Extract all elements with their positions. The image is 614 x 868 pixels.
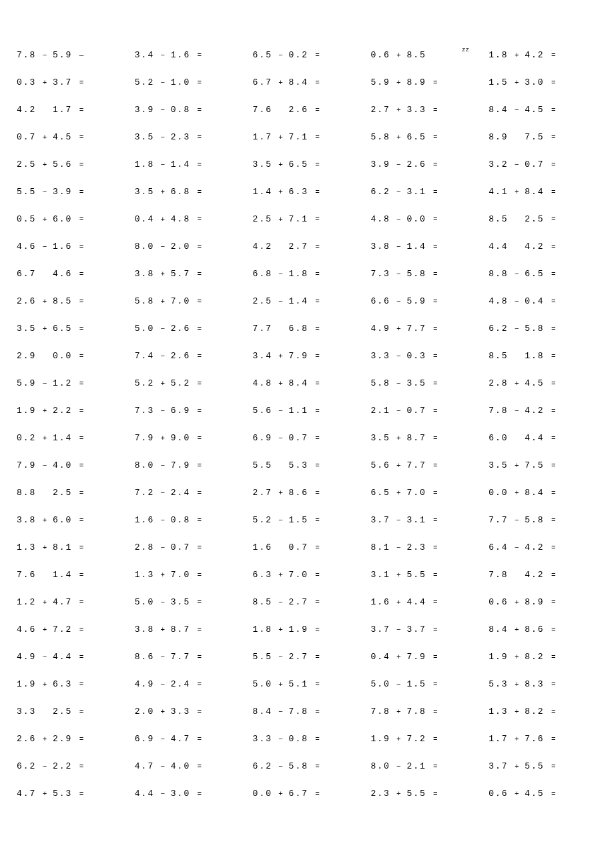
- operator: +: [509, 380, 525, 388]
- equation-cell: 7.8−4.2=: [489, 406, 597, 416]
- operand-a: 1.7: [489, 734, 509, 744]
- operand-b: 1.6: [171, 50, 191, 60]
- equals-sign: =: [191, 298, 208, 306]
- operator: −: [155, 681, 171, 689]
- operand-a: 8.0: [135, 460, 155, 470]
- equals-sign: =: [545, 434, 562, 442]
- equals-sign: =: [426, 598, 444, 606]
- equals-sign: =: [191, 434, 208, 442]
- operator: −: [273, 51, 289, 59]
- operand-a: 5.9: [370, 77, 390, 87]
- equals-sign: =: [309, 708, 326, 716]
- operand-b: 3.7: [406, 624, 426, 634]
- operand-b: 5.5: [525, 761, 545, 771]
- operand-b: 3.3: [171, 707, 191, 717]
- operand-b: 0.4: [525, 296, 545, 306]
- operator: −: [155, 763, 171, 771]
- equation-cell: 3.7−3.1=: [370, 515, 479, 525]
- operand-b: 7.8: [289, 707, 309, 717]
- operator: −: [390, 243, 406, 251]
- operator: +: [273, 352, 289, 360]
- equals-sign: =: [545, 106, 562, 114]
- operator: −: [37, 188, 53, 196]
- operand-b: 3.3: [406, 105, 426, 115]
- operand-b: 4.4: [525, 433, 545, 443]
- operand-b: 1.4: [53, 433, 73, 443]
- operand-a: 6.2: [489, 324, 509, 334]
- operand-a: 4.8: [489, 296, 509, 306]
- operand-a: 6.2: [253, 761, 273, 771]
- operand-a: 3.4: [135, 50, 155, 60]
- equation-cell: 2.90.0=: [17, 351, 125, 361]
- operand-b: 0.0: [406, 214, 426, 224]
- operand-b: 1.4: [289, 296, 309, 306]
- operand-a: 5.0: [135, 597, 155, 607]
- operator: +: [390, 51, 406, 59]
- operator: −: [37, 653, 53, 661]
- equals-sign: =: [426, 188, 444, 196]
- operand-b: 5.3: [53, 789, 73, 799]
- operator: +: [37, 681, 53, 689]
- equation-cell: 2.6+8.5=: [17, 296, 125, 306]
- operator: −: [155, 243, 171, 251]
- operand-a: 3.8: [17, 515, 37, 525]
- equation-cell: 5.0−2.6=: [135, 324, 244, 334]
- equation-cell: 5.2+5.2=: [135, 378, 244, 388]
- operand-a: 1.9: [489, 652, 509, 662]
- operand-a: 8.5: [253, 597, 273, 607]
- operand-b: 2.2: [53, 761, 73, 771]
- equals-sign: =: [426, 462, 444, 470]
- equals-sign: =: [309, 51, 326, 59]
- operand-b: 5.9: [53, 50, 73, 60]
- operand-a: 5.0: [370, 679, 390, 689]
- equation-cell: 7.8+7.8=: [370, 707, 479, 717]
- equals-sign: =: [545, 598, 562, 606]
- equation-cell: 1.9+6.3=: [17, 679, 125, 689]
- operand-a: 1.3: [17, 542, 37, 552]
- operator: +: [37, 161, 53, 169]
- operator: +: [155, 298, 171, 306]
- operand-b: 1.4: [171, 159, 191, 169]
- operator: −: [390, 407, 406, 415]
- equals-sign: =: [309, 434, 326, 442]
- operand-b: 1.9: [289, 624, 309, 634]
- operand-b: 4.8: [171, 214, 191, 224]
- operator: −: [390, 681, 406, 689]
- operator: −: [155, 462, 171, 470]
- operator: +: [509, 735, 525, 743]
- operator: +: [390, 79, 406, 87]
- operand-b: 2.4: [171, 488, 191, 498]
- equation-cell: 1.7+7.1=: [253, 132, 362, 142]
- operand-b: 9.0: [171, 433, 191, 443]
- operand-a: 8.8: [17, 488, 37, 498]
- equation-cell: 7.84.2=: [489, 570, 597, 580]
- operand-b: 3.1: [406, 187, 426, 197]
- equals-sign: =: [309, 133, 326, 141]
- equation-cell: 1.3+7.0=: [135, 570, 244, 580]
- equals-sign: =: [73, 735, 90, 743]
- equation-cell: 6.4−4.2=: [489, 542, 597, 552]
- operator: −: [273, 516, 289, 524]
- operand-a: 1.9: [17, 406, 37, 416]
- equation-cell: 6.2−5.8=: [253, 761, 362, 771]
- operand-a: 6.2: [370, 187, 390, 197]
- equals-sign: =: [191, 407, 208, 415]
- equation-cell: 5.5−3.9=: [17, 187, 125, 197]
- equals-sign: =: [545, 352, 562, 360]
- equals-sign: =: [309, 79, 326, 87]
- equation-cell: 8.51.8=: [489, 351, 597, 361]
- equation-cell: 1.6−0.8=: [135, 515, 244, 525]
- equals-sign: =: [545, 298, 562, 306]
- equation-cell: 7.2−2.4=: [135, 488, 244, 498]
- equation-cell: 3.4+7.9=: [253, 351, 362, 361]
- equals-sign: =: [73, 681, 90, 689]
- operand-a: 0.4: [135, 214, 155, 224]
- operand-b: 6.8: [171, 187, 191, 197]
- operand-b: 6.0: [53, 515, 73, 525]
- equals-sign: =: [426, 215, 444, 224]
- operand-a: 8.4: [489, 105, 509, 115]
- operand-a: 7.8: [489, 570, 509, 580]
- operand-a: 7.8: [370, 707, 390, 717]
- operand-a: 1.6: [135, 515, 155, 525]
- operand-b: 6.5: [525, 269, 545, 279]
